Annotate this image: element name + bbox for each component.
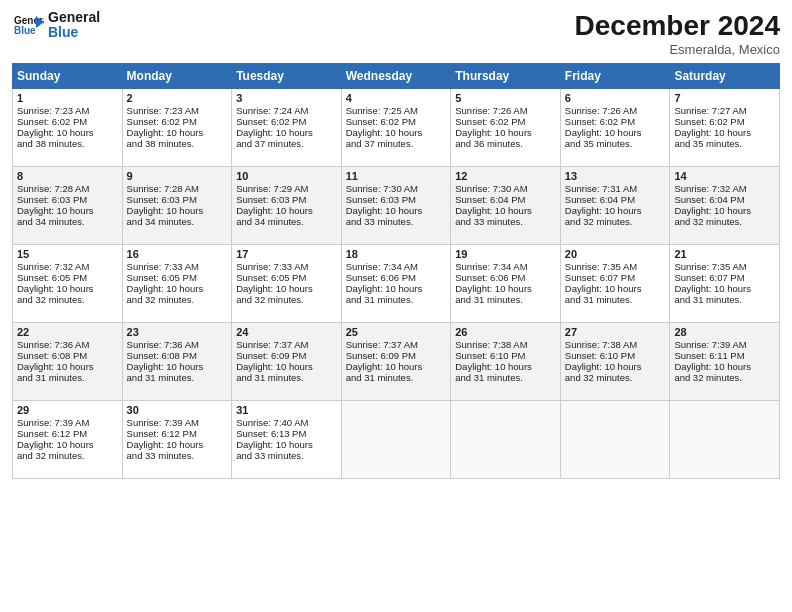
cell-text: Sunrise: 7:39 AM	[17, 417, 118, 428]
cell-text: Sunset: 6:12 PM	[127, 428, 228, 439]
header-row: General Blue General Blue December 2024 …	[12, 10, 780, 57]
day-number: 31	[236, 404, 337, 416]
cell-text: Sunset: 6:06 PM	[346, 272, 447, 283]
day-number: 28	[674, 326, 775, 338]
day-number: 4	[346, 92, 447, 104]
table-row: 15Sunrise: 7:32 AMSunset: 6:05 PMDayligh…	[13, 245, 123, 323]
cell-text: and 31 minutes.	[565, 294, 666, 305]
cell-text: Sunrise: 7:36 AM	[127, 339, 228, 350]
cell-text: and 37 minutes.	[346, 138, 447, 149]
cell-text: and 37 minutes.	[236, 138, 337, 149]
cell-text: and 31 minutes.	[674, 294, 775, 305]
table-row: 5Sunrise: 7:26 AMSunset: 6:02 PMDaylight…	[451, 89, 561, 167]
cell-text: Sunrise: 7:33 AM	[236, 261, 337, 272]
cell-text: Sunset: 6:07 PM	[674, 272, 775, 283]
cell-text: and 32 minutes.	[17, 294, 118, 305]
table-row	[560, 401, 670, 479]
table-row: 26Sunrise: 7:38 AMSunset: 6:10 PMDayligh…	[451, 323, 561, 401]
table-row: 23Sunrise: 7:36 AMSunset: 6:08 PMDayligh…	[122, 323, 232, 401]
cell-text: Daylight: 10 hours	[127, 439, 228, 450]
cell-text: Sunrise: 7:26 AM	[455, 105, 556, 116]
table-row: 7Sunrise: 7:27 AMSunset: 6:02 PMDaylight…	[670, 89, 780, 167]
cell-text: and 31 minutes.	[127, 372, 228, 383]
table-row: 20Sunrise: 7:35 AMSunset: 6:07 PMDayligh…	[560, 245, 670, 323]
table-row: 10Sunrise: 7:29 AMSunset: 6:03 PMDayligh…	[232, 167, 342, 245]
cell-text: Daylight: 10 hours	[455, 361, 556, 372]
day-number: 8	[17, 170, 118, 182]
cell-text: Daylight: 10 hours	[127, 361, 228, 372]
cell-text: Sunset: 6:05 PM	[127, 272, 228, 283]
cell-text: Sunset: 6:02 PM	[455, 116, 556, 127]
cell-text: and 32 minutes.	[674, 216, 775, 227]
day-number: 6	[565, 92, 666, 104]
cell-text: Daylight: 10 hours	[346, 127, 447, 138]
cell-text: Daylight: 10 hours	[17, 283, 118, 294]
location: Esmeralda, Mexico	[575, 42, 780, 57]
cell-text: Daylight: 10 hours	[346, 361, 447, 372]
table-row: 18Sunrise: 7:34 AMSunset: 6:06 PMDayligh…	[341, 245, 451, 323]
cell-text: Daylight: 10 hours	[674, 127, 775, 138]
day-number: 29	[17, 404, 118, 416]
cell-text: Daylight: 10 hours	[236, 283, 337, 294]
col-tuesday: Tuesday	[232, 64, 342, 89]
cell-text: Daylight: 10 hours	[674, 361, 775, 372]
cell-text: Sunset: 6:04 PM	[674, 194, 775, 205]
cell-text: Sunset: 6:03 PM	[17, 194, 118, 205]
cell-text: Daylight: 10 hours	[346, 205, 447, 216]
col-saturday: Saturday	[670, 64, 780, 89]
logo-general: General	[48, 10, 100, 25]
cell-text: and 32 minutes.	[565, 372, 666, 383]
cell-text: Sunrise: 7:39 AM	[127, 417, 228, 428]
day-number: 26	[455, 326, 556, 338]
cell-text: Daylight: 10 hours	[565, 127, 666, 138]
table-row: 31Sunrise: 7:40 AMSunset: 6:13 PMDayligh…	[232, 401, 342, 479]
cell-text: Daylight: 10 hours	[565, 361, 666, 372]
cell-text: and 35 minutes.	[565, 138, 666, 149]
table-row: 3Sunrise: 7:24 AMSunset: 6:02 PMDaylight…	[232, 89, 342, 167]
cell-text: Sunset: 6:09 PM	[346, 350, 447, 361]
table-row	[341, 401, 451, 479]
cell-text: Sunset: 6:09 PM	[236, 350, 337, 361]
cell-text: Daylight: 10 hours	[346, 283, 447, 294]
cell-text: and 32 minutes.	[565, 216, 666, 227]
cell-text: Sunrise: 7:33 AM	[127, 261, 228, 272]
cell-text: Sunset: 6:04 PM	[455, 194, 556, 205]
table-row: 21Sunrise: 7:35 AMSunset: 6:07 PMDayligh…	[670, 245, 780, 323]
cell-text: Daylight: 10 hours	[236, 127, 337, 138]
cell-text: and 32 minutes.	[17, 450, 118, 461]
cell-text: Daylight: 10 hours	[236, 205, 337, 216]
cell-text: and 32 minutes.	[236, 294, 337, 305]
cell-text: and 33 minutes.	[236, 450, 337, 461]
cell-text: and 31 minutes.	[236, 372, 337, 383]
table-row: 17Sunrise: 7:33 AMSunset: 6:05 PMDayligh…	[232, 245, 342, 323]
cell-text: Sunrise: 7:31 AM	[565, 183, 666, 194]
day-number: 27	[565, 326, 666, 338]
day-number: 7	[674, 92, 775, 104]
cell-text: and 34 minutes.	[236, 216, 337, 227]
cell-text: Sunset: 6:04 PM	[565, 194, 666, 205]
cell-text: and 33 minutes.	[455, 216, 556, 227]
title-section: December 2024 Esmeralda, Mexico	[575, 10, 780, 57]
month-title: December 2024	[575, 10, 780, 42]
table-row: 11Sunrise: 7:30 AMSunset: 6:03 PMDayligh…	[341, 167, 451, 245]
day-number: 16	[127, 248, 228, 260]
cell-text: Sunset: 6:07 PM	[565, 272, 666, 283]
cell-text: Sunset: 6:03 PM	[236, 194, 337, 205]
table-row: 9Sunrise: 7:28 AMSunset: 6:03 PMDaylight…	[122, 167, 232, 245]
day-number: 19	[455, 248, 556, 260]
table-row: 6Sunrise: 7:26 AMSunset: 6:02 PMDaylight…	[560, 89, 670, 167]
table-row: 13Sunrise: 7:31 AMSunset: 6:04 PMDayligh…	[560, 167, 670, 245]
cell-text: Sunset: 6:02 PM	[674, 116, 775, 127]
day-number: 22	[17, 326, 118, 338]
cell-text: Sunset: 6:06 PM	[455, 272, 556, 283]
cell-text: Sunrise: 7:30 AM	[346, 183, 447, 194]
table-row: 30Sunrise: 7:39 AMSunset: 6:12 PMDayligh…	[122, 401, 232, 479]
cell-text: Sunset: 6:02 PM	[127, 116, 228, 127]
cell-text: and 33 minutes.	[346, 216, 447, 227]
table-row	[670, 401, 780, 479]
cell-text: Daylight: 10 hours	[17, 361, 118, 372]
cell-text: Sunset: 6:13 PM	[236, 428, 337, 439]
cell-text: Sunset: 6:10 PM	[455, 350, 556, 361]
cell-text: and 34 minutes.	[17, 216, 118, 227]
cell-text: Sunrise: 7:29 AM	[236, 183, 337, 194]
